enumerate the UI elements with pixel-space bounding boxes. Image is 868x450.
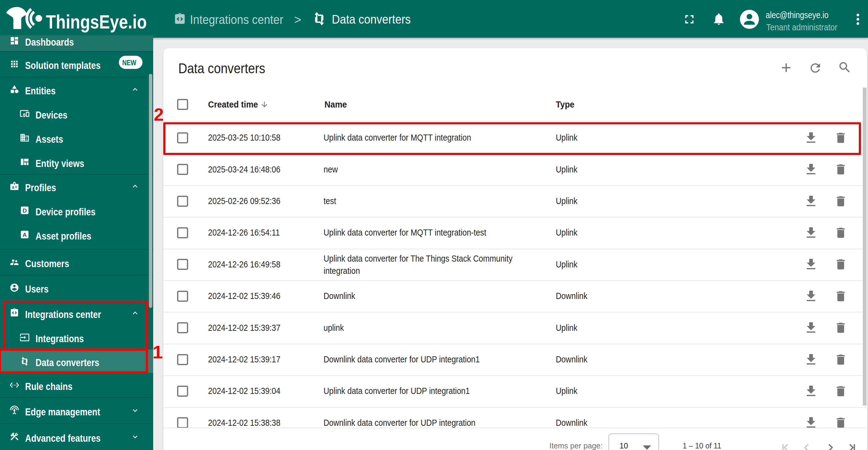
svg-text:D: D	[23, 207, 27, 214]
svg-text:A: A	[23, 232, 27, 238]
